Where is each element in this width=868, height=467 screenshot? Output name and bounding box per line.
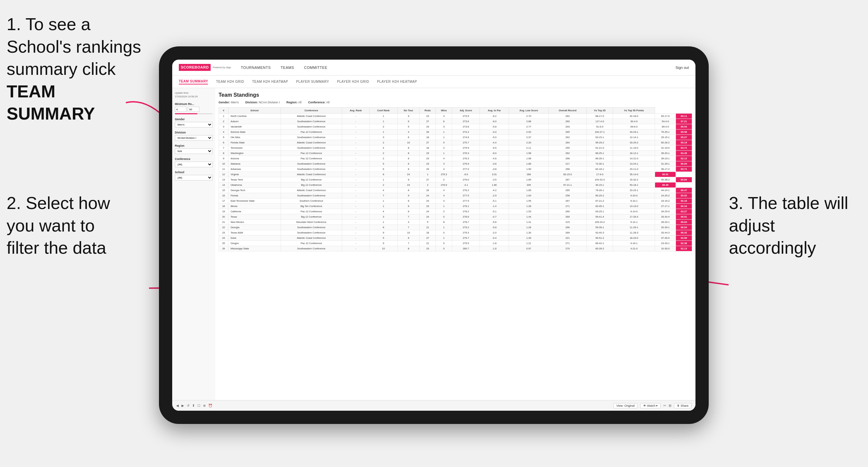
logo-text: SCOREBOARD <box>181 65 209 69</box>
forward-icon[interactable]: ▶ <box>182 404 184 407</box>
clock-icon[interactable]: ⏰ <box>208 404 212 407</box>
filter-min-rounds-label: Minimum Ro... <box>175 102 213 106</box>
table-row: 23Texas A&MSoutheastern Conference-91018… <box>219 230 692 236</box>
table-row: 12VirginiaAtlantic Coast Conference-8241… <box>219 172 692 177</box>
col-avg-rank: Avg. Rank <box>342 107 370 114</box>
instruction-2-line3: filter the data <box>7 238 106 257</box>
grid-icon[interactable]: ⊞ <box>669 404 671 407</box>
col-avg-par: Avg. to Par <box>480 107 509 114</box>
bottom-bar: ◀ ▶ ↺ ⬆ ☐ ⊕ ⏰ View: Original 👁 Watch ▾ ✂… <box>172 400 695 411</box>
watch-button[interactable]: 👁 Watch ▾ <box>640 403 661 408</box>
instruction-3: 3. The table will adjust accordingly <box>729 192 861 259</box>
table-row: 26Mississippi StateSoutheastern Conferen… <box>219 246 692 251</box>
instruction-3-line2: adjust accordingly <box>729 216 816 258</box>
table-row: 4Arizona StatePac-12 Conference-14261274… <box>219 129 692 135</box>
filter-region: Region N/A <box>175 144 213 154</box>
sign-out-link[interactable]: Sign out <box>676 66 689 69</box>
bookmark-icon[interactable]: ☐ <box>197 404 200 407</box>
tablet: SCOREBOARD Powered by clippi TOURNAMENTS… <box>159 46 709 424</box>
filter-division: Division NCAA Division I <box>175 131 213 141</box>
tablet-screen: SCOREBOARD Powered by clippi TOURNAMENTS… <box>172 60 695 411</box>
conference-value: All <box>326 101 330 104</box>
nav-teams[interactable]: TEAMS <box>281 66 294 69</box>
table-row: 18IllinoisBig Ten Conference-19231279.1-… <box>219 204 692 209</box>
filter-conference-select[interactable]: (All) <box>175 162 213 167</box>
col-wins: Wins <box>436 107 452 114</box>
table-row: 10AlabamaSoutheastern Conference-5623327… <box>219 161 692 166</box>
logo-sub: Powered by clippi <box>213 66 231 68</box>
table-row: 7TennesseeSoutheastern Conference-481822… <box>219 146 692 151</box>
logo-box: SCOREBOARD <box>179 64 211 71</box>
filter-min-rounds-from[interactable] <box>175 107 186 112</box>
sub-nav-team-h2h-heatmap[interactable]: TEAM H2H HEATMAP <box>252 79 288 84</box>
division-value: NCAA Division I <box>259 101 280 104</box>
sub-nav-team-summary[interactable]: TEAM SUMMARY <box>179 79 208 85</box>
col-school: School <box>228 107 280 114</box>
share-icon-bar[interactable]: ⬆ <box>192 404 195 407</box>
table-row: 3VanderbiltSoutheastern Conference-25233… <box>219 124 692 129</box>
sub-nav-player-h2h-grid[interactable]: PLAYER H2H GRID <box>337 79 369 84</box>
table-row: 2AuburnSoutheastern Conference-19276273.… <box>219 119 692 124</box>
region-value: All <box>298 101 301 104</box>
conference-label: Conference: <box>308 101 326 104</box>
share-button[interactable]: ⬆ Share <box>674 403 691 408</box>
table-row: 16FloridaSoutheastern Conference-7924427… <box>219 193 692 198</box>
nav-committee[interactable]: COMMITTEE <box>304 66 328 69</box>
gender-label: Gender: <box>219 101 230 104</box>
sub-nav-team-h2h-grid[interactable]: TEAM H2H GRID <box>216 79 244 84</box>
sub-nav: TEAM SUMMARY TEAM H2H GRID TEAM H2H HEAT… <box>172 75 695 88</box>
table-title: Team Standings <box>219 92 692 98</box>
filter-conference: Conference (All) <box>175 157 213 167</box>
table-row: 11ArkansasSoutheastern Conference-682342… <box>219 166 692 172</box>
nav-tournaments[interactable]: TOURNAMENTS <box>241 66 271 69</box>
col-rnds: Rnds <box>420 107 436 114</box>
main-content: Update time: 27/03/2024 16:56:26 Minimum… <box>172 88 695 400</box>
col-adj-score: Adj. Score <box>452 107 480 114</box>
col-no-tour: No Tour <box>397 107 420 114</box>
update-time: Update time: 27/03/2024 16:56:26 <box>175 91 213 98</box>
col-conf-rank: Conf Rank <box>369 107 397 114</box>
table-row: 13Texas TechBig 12 Conference-19272276.0… <box>219 177 692 183</box>
table-row: 21New MexicoMountain West Conference-145… <box>219 220 692 225</box>
table-row: 5Ole MissSoutheastern Conference-3618127… <box>219 135 692 140</box>
instruction-1-bold: TEAM SUMMARY <box>7 82 95 124</box>
reload-icon[interactable]: ↺ <box>187 404 189 407</box>
logo-area: SCOREBOARD Powered by clippi <box>179 64 231 71</box>
region-label: Region: <box>286 101 298 104</box>
col-conference: Conference <box>280 107 342 114</box>
view-original-button[interactable]: View: Original <box>613 403 638 408</box>
filter-gender: Gender Men's <box>175 118 213 127</box>
back-icon[interactable]: ◀ <box>176 404 179 407</box>
instruction-2-line1: 2. Select how <box>7 193 110 213</box>
filter-school-select[interactable]: (All) <box>175 175 213 181</box>
table-row: 9ArizonaPac-12 Conference-28234276.3-4.6… <box>219 156 692 161</box>
top-nav: SCOREBOARD Powered by clippi TOURNAMENTS… <box>172 60 695 75</box>
col-vs25: Vs Top 25 <box>587 107 613 114</box>
filter-gender-select[interactable]: Men's <box>175 122 213 127</box>
nav-items: TOURNAMENTS TEAMS COMMITTEE <box>241 66 675 69</box>
sidebar: Update time: 27/03/2024 16:56:26 Minimum… <box>172 88 215 400</box>
table-row: 19CaliforniaPac-12 Conference-48242278.2… <box>219 209 692 214</box>
sub-nav-player-h2h-heatmap[interactable]: PLAYER H2H HEATMAP <box>377 79 417 84</box>
instruction-1: 1. To see a School's rankings summary cl… <box>7 13 146 125</box>
filter-region-select[interactable]: N/A <box>175 148 213 154</box>
table-row: 22GeorgiaSoutheastern Conference-8721127… <box>219 225 692 230</box>
filter-min-rounds-to[interactable] <box>188 107 199 112</box>
instruction-2-line2: you want to <box>7 216 95 235</box>
instruction-1-text: 1. To see a School's rankings summary cl… <box>7 14 141 79</box>
col-rank: # <box>219 107 228 114</box>
filter-region-label: Region <box>175 144 213 147</box>
table-area: Team Standings Gender: Men's Division: N… <box>215 88 695 400</box>
add-tab-icon[interactable]: ⊕ <box>203 404 206 407</box>
filter-division-select[interactable]: NCAA Division I <box>175 135 213 141</box>
col-overall: Overall Record <box>549 107 587 114</box>
update-value: 27/03/2024 16:56:26 <box>175 95 198 98</box>
clip-icon[interactable]: ✂ <box>663 404 666 407</box>
table-row: 8WashingtonPac-12 Conference-28231276.3-… <box>219 151 692 156</box>
filter-division-label: Division <box>175 131 213 134</box>
division-label: Division: <box>245 101 258 104</box>
instruction-3-line1: 3. The table will <box>729 193 848 213</box>
update-label: Update time: <box>175 91 189 94</box>
sub-nav-player-summary[interactable]: PLAYER SUMMARY <box>296 79 329 84</box>
table-meta: Gender: Men's Division: NCAA Division I … <box>219 101 692 104</box>
